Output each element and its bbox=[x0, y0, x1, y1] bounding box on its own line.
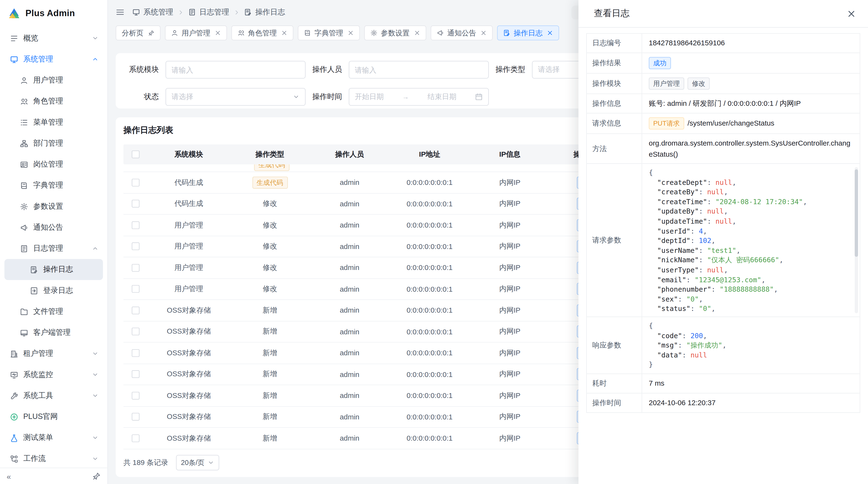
module-tag: 修改 bbox=[688, 77, 710, 90]
row-select-cell bbox=[123, 264, 148, 272]
module-cell: 代码生成 bbox=[148, 199, 230, 209]
action-cell: 修改 bbox=[230, 199, 310, 209]
operator-cell: admin bbox=[310, 179, 389, 187]
ip-info-cell: 内网IP bbox=[470, 199, 550, 209]
row-checkbox[interactable] bbox=[132, 306, 140, 314]
detail-label: 操作模块 bbox=[587, 73, 642, 94]
sidebar-item-menu[interactable]: 菜单管理 bbox=[4, 112, 103, 133]
tab-close-icon[interactable] bbox=[215, 30, 221, 36]
detail-label: 操作信息 bbox=[587, 94, 642, 113]
page-size-select[interactable]: 20条/页 bbox=[176, 455, 219, 470]
module-cell: OSS对象存储 bbox=[148, 305, 230, 315]
sidebar-item-user[interactable]: 用户管理 bbox=[4, 70, 103, 91]
sidebar-item-client[interactable]: 客户端管理 bbox=[4, 322, 103, 343]
operator-filter-input[interactable] bbox=[349, 61, 489, 78]
sidebar-item-test-menu[interactable]: 测试菜单 bbox=[4, 427, 103, 448]
row-checkbox[interactable] bbox=[132, 200, 140, 207]
tab-close-icon[interactable] bbox=[281, 30, 287, 36]
sidebar-toggle-button[interactable] bbox=[116, 8, 125, 17]
column-header: 操作人员 bbox=[310, 150, 389, 159]
tab-notice[interactable]: 通知公告 bbox=[431, 26, 493, 40]
breadcrumb-item-system[interactable]: 系统管理 bbox=[132, 7, 173, 17]
tab-close-icon[interactable] bbox=[480, 30, 487, 36]
breadcrumb-item-oper-log[interactable]: 操作日志 bbox=[244, 7, 285, 17]
ip-info-cell: 内网IP bbox=[470, 263, 550, 272]
action-cell: 新增 bbox=[230, 305, 310, 315]
close-icon[interactable] bbox=[847, 9, 856, 18]
action-cell: 生成代码 bbox=[230, 176, 310, 189]
tab-analysis[interactable]: 分析页 bbox=[116, 26, 161, 40]
sidebar-item-label: 用户管理 bbox=[33, 75, 99, 85]
row-checkbox[interactable] bbox=[132, 328, 140, 335]
date-range-picker[interactable]: 开始日期 → 结束日期 bbox=[349, 88, 489, 105]
sidebar-item-notice[interactable]: 通知公告 bbox=[4, 217, 103, 238]
sidebar-item-role[interactable]: 角色管理 bbox=[4, 91, 103, 112]
action-cell: 修改 bbox=[230, 284, 310, 294]
row-checkbox[interactable] bbox=[132, 349, 140, 357]
select-all-cell bbox=[123, 151, 148, 158]
role-icon bbox=[238, 29, 245, 37]
chevron-down-icon bbox=[293, 94, 300, 100]
sidebar-item-param[interactable]: 参数设置 bbox=[4, 196, 103, 217]
operator-filter-label: 操作人员 bbox=[312, 65, 342, 75]
row-checkbox[interactable] bbox=[132, 285, 140, 293]
breadcrumb-label: 系统管理 bbox=[144, 7, 173, 17]
tab-oper-log[interactable]: 操作日志 bbox=[497, 26, 559, 40]
row-checkbox[interactable] bbox=[132, 264, 140, 272]
tab-close-icon[interactable] bbox=[414, 30, 420, 36]
ip-cell: 0:0:0:0:0:0:0:1 bbox=[389, 200, 470, 208]
sidebar-item-post[interactable]: 岗位管理 bbox=[4, 154, 103, 175]
status-select[interactable]: 请选择 bbox=[165, 88, 306, 105]
tab-label: 用户管理 bbox=[182, 28, 210, 38]
app-title: Plus Admin bbox=[26, 8, 75, 18]
breadcrumb: 系统管理日志管理操作日志 bbox=[132, 7, 285, 17]
sidebar-item-oper-log[interactable]: 操作日志 bbox=[4, 259, 103, 280]
pin-sidebar-icon[interactable] bbox=[92, 472, 101, 481]
tab-param[interactable]: 参数设置 bbox=[364, 26, 426, 40]
request-tag: PUT请求 bbox=[649, 118, 684, 130]
sidebar-item-label: 系统工具 bbox=[23, 391, 87, 400]
row-checkbox[interactable] bbox=[132, 413, 140, 421]
system-icon bbox=[10, 55, 18, 63]
notice-icon bbox=[437, 29, 444, 37]
sidebar-item-dict[interactable]: 字典管理 bbox=[4, 175, 103, 196]
action-type-filter-label: 操作类型 bbox=[495, 65, 525, 75]
operator-cell: admin bbox=[310, 285, 389, 293]
sidebar-item-login-log[interactable]: 登录日志 bbox=[4, 280, 103, 301]
sidebar-item-log-mgmt[interactable]: 日志管理 bbox=[4, 238, 103, 259]
collapse-sidebar-button[interactable]: « bbox=[7, 472, 11, 481]
sidebar-item-system[interactable]: 系统管理 bbox=[4, 49, 103, 70]
status-filter-label: 状态 bbox=[120, 92, 159, 102]
module-filter-input[interactable] bbox=[165, 61, 306, 78]
sidebar-item-plus-site[interactable]: PLUS官网 bbox=[4, 406, 103, 427]
tab-role[interactable]: 角色管理 bbox=[231, 26, 293, 40]
sidebar-item-dept[interactable]: 部门管理 bbox=[4, 133, 103, 154]
tab-dict[interactable]: 字典管理 bbox=[298, 26, 360, 40]
tab-label: 操作日志 bbox=[514, 28, 542, 38]
detail-row-response-params: 响应参数{ "code": 200, "msg": "操作成功", "data"… bbox=[587, 317, 860, 374]
sidebar-item-tenant[interactable]: 租户管理 bbox=[4, 343, 103, 364]
tab-close-icon[interactable] bbox=[348, 30, 354, 36]
row-checkbox[interactable] bbox=[132, 179, 140, 186]
file-icon bbox=[20, 307, 28, 316]
row-checkbox[interactable] bbox=[132, 243, 140, 250]
sidebar-item-overview[interactable]: 概览 bbox=[4, 28, 103, 49]
scrollbar-thumb[interactable] bbox=[855, 169, 858, 257]
row-checkbox[interactable] bbox=[132, 434, 140, 442]
row-checkbox[interactable] bbox=[132, 370, 140, 378]
sidebar-item-workflow[interactable]: 工作流 bbox=[4, 448, 103, 467]
select-all-checkbox[interactable] bbox=[132, 151, 140, 158]
sidebar-item-tools[interactable]: 系统工具 bbox=[4, 385, 103, 406]
detail-label: 请求信息 bbox=[587, 114, 642, 133]
row-checkbox[interactable] bbox=[132, 221, 140, 229]
tab-close-icon[interactable] bbox=[547, 30, 553, 36]
operator-cell: admin bbox=[310, 391, 389, 400]
row-checkbox[interactable] bbox=[132, 392, 140, 399]
breadcrumb-item-log-mgmt[interactable]: 日志管理 bbox=[188, 7, 229, 17]
sidebar-item-monitor[interactable]: 系统监控 bbox=[4, 364, 103, 385]
tab-user[interactable]: 用户管理 bbox=[165, 26, 227, 40]
ip-info-cell: 内网IP bbox=[470, 433, 550, 443]
app-logo[interactable]: Plus Admin bbox=[0, 0, 107, 27]
sidebar-item-file[interactable]: 文件管理 bbox=[4, 301, 103, 322]
operator-cell: admin bbox=[310, 263, 389, 272]
